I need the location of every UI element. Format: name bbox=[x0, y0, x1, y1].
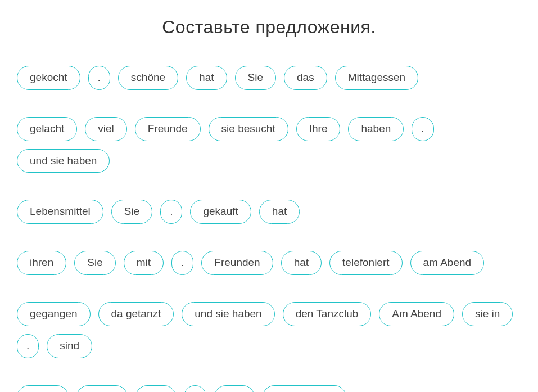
word-chip[interactable]: . bbox=[412, 117, 433, 141]
word-chip[interactable]: ihren bbox=[17, 251, 66, 275]
word-chip[interactable]: um bbox=[135, 385, 176, 392]
word-chip[interactable]: gelacht bbox=[17, 117, 77, 141]
word-chip[interactable]: das bbox=[284, 66, 327, 90]
word-chip[interactable]: hat bbox=[259, 200, 300, 224]
word-chip[interactable]: . bbox=[184, 385, 206, 392]
word-chip[interactable]: hat bbox=[281, 251, 322, 275]
sentence-group: 9 UhrAnnaum.hatgefrühstückt bbox=[17, 385, 521, 392]
word-chip[interactable]: . bbox=[171, 251, 193, 275]
word-chip[interactable]: gekauft bbox=[190, 200, 251, 224]
word-chip[interactable]: am Abend bbox=[410, 251, 485, 275]
word-row: LebensmittelSie.gekaufthat bbox=[17, 200, 521, 224]
word-row: gekocht.schönehatSiedasMittagessen bbox=[17, 66, 521, 90]
word-chip[interactable]: Sie bbox=[74, 251, 115, 275]
word-chip[interactable]: sind bbox=[47, 334, 92, 358]
word-chip[interactable]: gefrühstückt bbox=[263, 385, 347, 392]
word-chip[interactable]: Lebensmittel bbox=[17, 200, 103, 224]
sentence-group: LebensmittelSie.gekaufthat bbox=[17, 200, 521, 224]
word-chip[interactable]: gegangen bbox=[17, 302, 91, 326]
word-chip[interactable]: sie besucht bbox=[209, 117, 288, 141]
word-chip[interactable]: . bbox=[88, 66, 110, 90]
word-chip[interactable]: Freunde bbox=[135, 117, 201, 141]
sentence-group: gekocht.schönehatSiedasMittagessen bbox=[17, 66, 521, 90]
word-chip[interactable]: Ihre bbox=[296, 117, 341, 141]
exercise-container: gekocht.schönehatSiedasMittagessengelach… bbox=[17, 66, 521, 392]
word-chip[interactable]: viel bbox=[85, 117, 127, 141]
word-chip[interactable]: sie in bbox=[462, 302, 513, 326]
word-chip[interactable]: Freunden bbox=[201, 251, 273, 275]
word-chip[interactable]: . bbox=[160, 200, 182, 224]
word-chip[interactable]: Mittagessen bbox=[335, 66, 418, 90]
word-row: gegangenda getanztund sie habenden Tanzc… bbox=[17, 302, 521, 358]
word-chip[interactable]: den Tanzclub bbox=[283, 302, 372, 326]
word-chip[interactable]: Sie bbox=[111, 200, 152, 224]
word-chip[interactable]: hat bbox=[186, 66, 227, 90]
word-chip[interactable]: Sie bbox=[235, 66, 276, 90]
word-row: ihrenSiemit.Freundenhattelefoniertam Abe… bbox=[17, 251, 521, 275]
word-chip[interactable]: gekocht bbox=[17, 66, 80, 90]
word-chip[interactable]: schöne bbox=[118, 66, 178, 90]
word-chip[interactable]: Am Abend bbox=[379, 302, 454, 326]
word-chip[interactable]: . bbox=[17, 334, 39, 358]
page-title: Составьте предложения. bbox=[17, 17, 521, 38]
word-chip[interactable]: hat bbox=[214, 385, 255, 392]
word-chip[interactable]: telefoniert bbox=[329, 251, 402, 275]
word-chip[interactable]: da getanzt bbox=[98, 302, 174, 326]
word-chip[interactable]: und sie haben bbox=[17, 149, 110, 173]
word-chip[interactable]: mit bbox=[124, 251, 164, 275]
word-row: 9 UhrAnnaum.hatgefrühstückt bbox=[17, 385, 521, 392]
word-chip[interactable]: haben bbox=[348, 117, 404, 141]
word-chip[interactable]: Anna bbox=[76, 385, 127, 392]
word-chip[interactable]: und sie haben bbox=[182, 302, 274, 326]
sentence-group: ihrenSiemit.Freundenhattelefoniertam Abe… bbox=[17, 251, 521, 275]
word-row: gelachtvielFreundesie besuchtIhrehaben.u… bbox=[17, 117, 521, 173]
sentence-group: gelachtvielFreundesie besuchtIhrehaben.u… bbox=[17, 117, 521, 173]
sentence-group: gegangenda getanztund sie habenden Tanzc… bbox=[17, 302, 521, 358]
word-chip[interactable]: 9 Uhr bbox=[17, 385, 69, 392]
